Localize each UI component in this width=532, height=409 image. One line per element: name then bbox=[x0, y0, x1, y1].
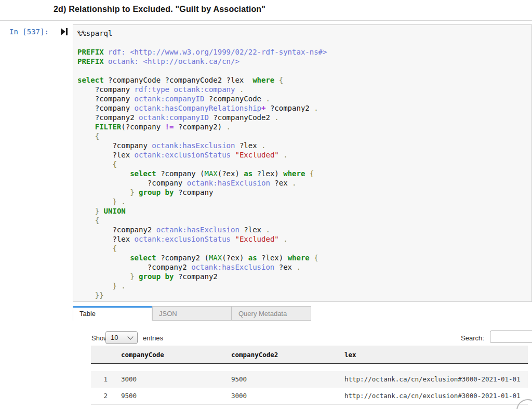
code-line: }} bbox=[77, 291, 531, 300]
code-line: PREFIX rdf: <http://www.w3.org/1999/02/2… bbox=[77, 47, 531, 57]
table-controls: Show 10 entries Search: bbox=[73, 330, 532, 347]
cell-prompt: In [537]: bbox=[9, 28, 49, 36]
table-spacer-row bbox=[91, 364, 528, 371]
table-row: 130009500http://octank.ca/cn/exclusion#3… bbox=[91, 371, 528, 388]
results-panel: Table JSON Query Metadata Show 10 entrie… bbox=[73, 306, 532, 409]
code-line: PREFIX octank: <http://octank.ca/cn/> bbox=[77, 57, 531, 66]
results-table: companyCode companyCode2 lex 130009500ht… bbox=[91, 346, 528, 404]
code-line: ?company octank:hasExclusion ?lex . bbox=[77, 141, 531, 150]
code-line bbox=[77, 38, 531, 47]
sparql-code-editor[interactable]: %%sparql PREFIX rdf: <http://www.w3.org/… bbox=[73, 25, 531, 300]
code-line: } . bbox=[77, 281, 531, 291]
table-cell: http://octank.ca/cn/exclusion#3000-2021-… bbox=[344, 388, 528, 404]
title-divider bbox=[0, 20, 532, 21]
search-label: Search: bbox=[461, 334, 484, 342]
code-line: ?lex octank:exclusionStatus "Excluded" . bbox=[77, 234, 531, 244]
table-cell: 3000 bbox=[121, 371, 231, 388]
code-line: } . bbox=[77, 197, 531, 206]
code-line: select ?company (MAX(?ex) as ?lex) where… bbox=[77, 169, 531, 178]
play-bar-icon bbox=[66, 28, 68, 35]
code-line: { bbox=[77, 244, 531, 253]
results-tab-bar: Table JSON Query Metadata bbox=[73, 306, 311, 321]
code-line: ?company2 octank:hasExclusion ?lex . bbox=[77, 225, 531, 234]
entries-label: entries bbox=[143, 334, 163, 342]
code-line: { bbox=[77, 216, 531, 225]
col-header-index[interactable] bbox=[91, 346, 121, 364]
play-triangle-icon bbox=[61, 28, 65, 35]
page-size-select[interactable]: 10 bbox=[105, 331, 138, 344]
code-line: { bbox=[77, 131, 531, 141]
code-line: } group by ?company bbox=[77, 188, 531, 197]
tab-query-metadata[interactable]: Query Metadata bbox=[232, 306, 311, 321]
code-line: ?company2 octank:companyID ?companyCode2… bbox=[77, 113, 531, 122]
table-cell: http://octank.ca/cn/exclusion#3000-2021-… bbox=[344, 371, 528, 388]
table-cell: 2 bbox=[91, 388, 121, 404]
code-line: select ?company2 (MAX(?ex) as ?lex) wher… bbox=[77, 253, 531, 262]
code-line: select ?companyCode ?companyCode2 ?lex w… bbox=[77, 75, 531, 85]
table-cell: 9500 bbox=[231, 371, 344, 388]
search-input[interactable] bbox=[490, 331, 532, 343]
tab-table[interactable]: Table bbox=[73, 306, 152, 321]
code-line: FILTER(?company != ?company2) . bbox=[77, 122, 531, 131]
code-line: ?company2 octank:hasExclusion ?ex . bbox=[77, 262, 531, 272]
code-line: ?company octank:companyID ?companyCode . bbox=[77, 94, 531, 103]
table-cell: 1 bbox=[91, 371, 121, 388]
code-line: ?company rdf:type octank:company . bbox=[77, 85, 531, 94]
chevron-down-icon bbox=[127, 334, 133, 339]
code-line: ?company octank:hasCompanyRelationship+ … bbox=[77, 103, 531, 113]
code-cell[interactable]: %%sparql PREFIX rdf: <http://www.w3.org/… bbox=[73, 24, 532, 302]
col-header-companycode2[interactable]: companyCode2 bbox=[231, 346, 344, 364]
table-cell: 9500 bbox=[121, 388, 231, 404]
code-line: ?lex octank:exclusionStatus "Excluded" . bbox=[77, 150, 531, 160]
table-cell: 3000 bbox=[231, 388, 344, 404]
code-line: ?company octank:hasExclusion ?ex . bbox=[77, 178, 531, 188]
table-header-row: companyCode companyCode2 lex bbox=[91, 346, 528, 364]
page-title: 2d) Relationship to Excluded. "Guilt by … bbox=[54, 5, 265, 14]
table-row: 295003000http://octank.ca/cn/exclusion#3… bbox=[91, 388, 528, 404]
code-line: } group by ?company2 bbox=[77, 272, 531, 281]
code-line bbox=[77, 66, 531, 75]
col-header-lex[interactable]: lex bbox=[344, 346, 528, 364]
code-line: %%sparql bbox=[77, 29, 531, 38]
code-line: { bbox=[77, 160, 531, 169]
page-size-value: 10 bbox=[106, 334, 118, 341]
tab-json[interactable]: JSON bbox=[152, 306, 232, 321]
run-cell-icon[interactable] bbox=[61, 28, 69, 35]
code-line: } UNION bbox=[77, 206, 531, 216]
col-header-companycode[interactable]: companyCode bbox=[121, 346, 231, 364]
